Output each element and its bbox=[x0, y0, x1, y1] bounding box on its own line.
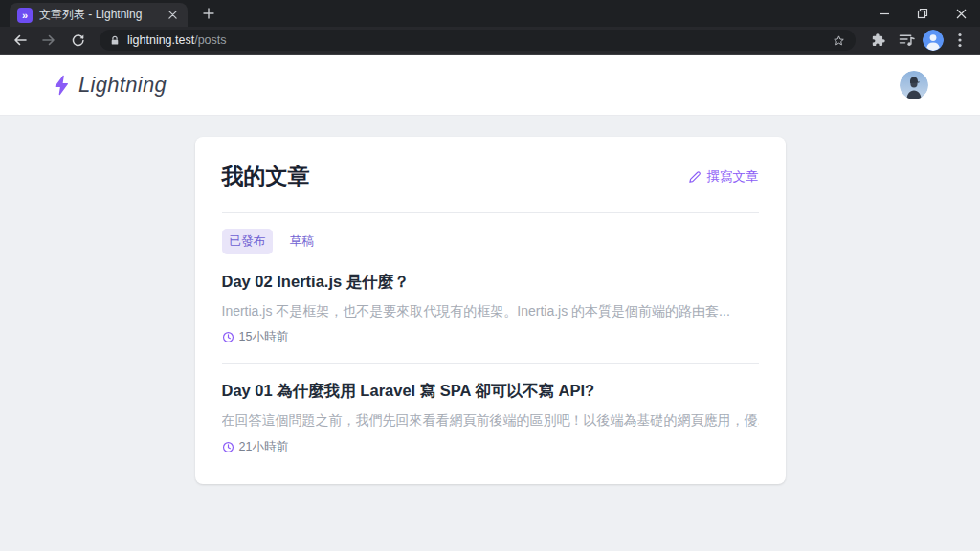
user-avatar[interactable] bbox=[900, 71, 928, 99]
web-page: Lightning 我的文章 bbox=[0, 55, 980, 551]
tab-drafts[interactable]: 草稿 bbox=[282, 229, 322, 254]
compose-label: 撰寫文章 bbox=[707, 168, 759, 186]
site-favicon-icon: » bbox=[17, 8, 33, 23]
divider bbox=[222, 212, 759, 213]
brand-logo[interactable]: Lightning bbox=[52, 73, 167, 98]
url-host: lightning.test bbox=[127, 33, 194, 47]
post-title[interactable]: Day 01 為什麼我用 Laravel 寫 SPA 卻可以不寫 API? bbox=[222, 381, 759, 402]
tab-close-icon[interactable] bbox=[165, 8, 180, 23]
lock-icon bbox=[109, 34, 121, 47]
tab-published[interactable]: 已發布 bbox=[222, 229, 274, 254]
close-button[interactable] bbox=[942, 0, 980, 27]
clock-icon bbox=[222, 331, 234, 343]
post-time: 15小時前 bbox=[239, 329, 288, 345]
minimize-button[interactable] bbox=[865, 0, 903, 27]
post-filter-tabs: 已發布 草稿 bbox=[222, 229, 759, 254]
browser-profile-avatar[interactable] bbox=[923, 30, 944, 51]
window-controls bbox=[865, 0, 980, 27]
post-excerpt: 在回答這個問題之前，我們先回來看看網頁前後端的區別吧！以後端為基礎的網頁應用，優… bbox=[222, 410, 759, 430]
browser-tab[interactable]: » 文章列表 - Lightning bbox=[10, 3, 188, 27]
page-content: 我的文章 撰寫文章 已發布 草稿 Day 02 Inertia.js 是什麼？ bbox=[0, 137, 980, 551]
reload-icon[interactable] bbox=[65, 28, 90, 53]
site-header: Lightning bbox=[0, 55, 980, 116]
clock-icon bbox=[222, 441, 234, 453]
extensions-icon[interactable] bbox=[865, 28, 890, 53]
post-excerpt: Inertia.js 不是框架，也不是要來取代現有的框架。Inertia.js … bbox=[222, 301, 759, 320]
post-meta: 15小時前 bbox=[222, 329, 759, 345]
compose-link[interactable]: 撰寫文章 bbox=[688, 168, 759, 186]
post-item[interactable]: Day 01 為什麼我用 Laravel 寫 SPA 卻可以不寫 API? 在回… bbox=[222, 381, 759, 454]
page-title: 我的文章 bbox=[222, 162, 310, 191]
pencil-icon bbox=[688, 170, 702, 184]
url-path: /posts bbox=[194, 33, 226, 47]
url-text: lightning.test/posts bbox=[127, 33, 227, 47]
brand-name: Lightning bbox=[78, 73, 167, 98]
tab-title: 文章列表 - Lightning bbox=[39, 7, 158, 23]
forward-icon[interactable] bbox=[36, 28, 61, 53]
browser-window: » 文章列表 - Lightning bbox=[0, 0, 980, 551]
browser-toolbar: lightning.test/posts bbox=[0, 27, 980, 55]
post-meta: 21小時前 bbox=[222, 439, 759, 455]
address-bar[interactable]: lightning.test/posts bbox=[100, 30, 856, 51]
new-tab-button[interactable] bbox=[195, 0, 222, 27]
back-icon[interactable] bbox=[8, 28, 33, 53]
posts-card: 我的文章 撰寫文章 已發布 草稿 Day 02 Inertia.js 是什麼？ bbox=[195, 137, 786, 484]
tab-strip: » 文章列表 - Lightning bbox=[0, 0, 980, 27]
post-title[interactable]: Day 02 Inertia.js 是什麼？ bbox=[222, 272, 759, 293]
menu-dots-icon[interactable] bbox=[947, 28, 972, 53]
lightning-bolt-icon bbox=[52, 75, 70, 96]
media-controls-icon[interactable] bbox=[894, 28, 919, 53]
post-item[interactable]: Day 02 Inertia.js 是什麼？ Inertia.js 不是框架，也… bbox=[222, 272, 759, 345]
bookmark-star-icon[interactable] bbox=[832, 33, 846, 48]
post-time: 21小時前 bbox=[239, 439, 288, 455]
divider bbox=[222, 363, 759, 364]
restore-button[interactable] bbox=[903, 0, 942, 27]
